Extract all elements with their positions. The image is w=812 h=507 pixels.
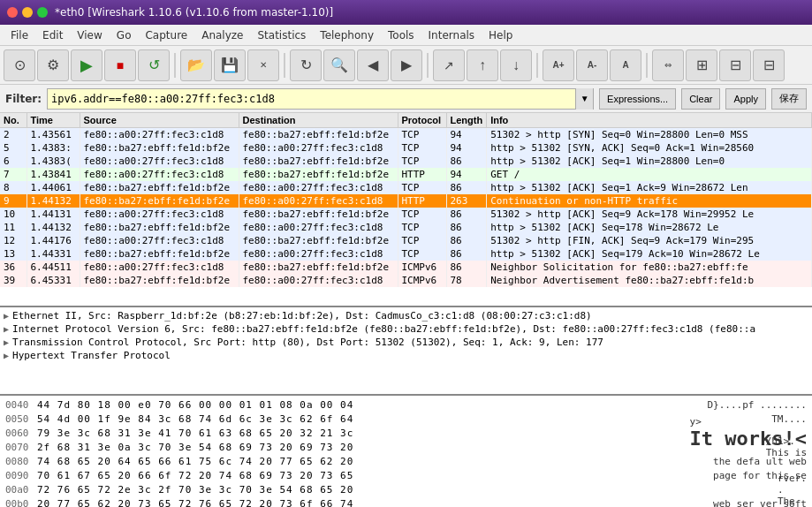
- table-row[interactable]: 12 1.44176 fe80::a00:27ff:fec3:c1d8 fe80…: [0, 234, 812, 247]
- restart-capture-btn[interactable]: ↺: [138, 49, 170, 81]
- save-file-btn[interactable]: 💾: [214, 49, 246, 81]
- zoom-in-btn[interactable]: A+: [543, 49, 574, 81]
- titlebar: *eth0 [Wireshark 1.10.6 (v1.10.6 from ma…: [0, 0, 812, 25]
- jump-btn[interactable]: ↗: [433, 49, 465, 81]
- menu-analyze[interactable]: Analyze: [194, 27, 250, 43]
- cell-src: fe80::a00:27ff:fec3:c1d8: [80, 128, 239, 142]
- detail-line[interactable]: ▶Ethernet II, Src: Raspberr_1d:bf:2e (b8…: [4, 309, 808, 322]
- table-row[interactable]: 11 1.44132 fe80::ba27:ebff:fe1d:bf2e fe8…: [0, 221, 812, 234]
- filter-input[interactable]: [48, 93, 575, 105]
- cell-proto: TCP: [398, 208, 446, 221]
- cell-no: 5: [0, 141, 27, 155]
- zoom-out-btn[interactable]: A-: [576, 49, 608, 81]
- resize-icon: ⇔: [664, 60, 672, 70]
- menu-statistics[interactable]: Statistics: [250, 27, 313, 43]
- cell-dst: fe80::a00:27ff:fec3:c1d8: [239, 247, 398, 261]
- window-title: *eth0 [Wireshark 1.10.6 (v1.10.6 from ma…: [55, 6, 333, 19]
- hex-offset: 0040: [5, 399, 37, 411]
- hex-bytes: 74 68 65 20 64 65 66 61 75 6c 74 20 77 6…: [37, 456, 704, 467]
- resize-columns-btn[interactable]: ⇔: [652, 49, 684, 81]
- cell-info: http > 51302 [ACK] Seq=1 Win=28800 Len=0: [487, 155, 812, 168]
- detail-line[interactable]: ▶Transmission Control Protocol, Src Port…: [4, 336, 808, 349]
- hex-bytes: 79 3e 3c 68 31 3e 41 70 61 63 68 65 20 3…: [37, 428, 681, 439]
- menu-edit[interactable]: Edit: [35, 27, 70, 43]
- hex-row: 00b020 77 65 62 20 73 65 72 76 65 72 20 …: [0, 496, 812, 507]
- clear-filter-button[interactable]: Clear: [681, 88, 720, 110]
- expand-icon: ▶: [4, 351, 9, 360]
- minimize-window-btn[interactable]: [22, 7, 33, 18]
- table-row[interactable]: 7 1.43841 fe80::a00:27ff:fec3:c1d8 fe80:…: [0, 168, 812, 181]
- col-protocol: Protocol: [398, 113, 446, 128]
- table-row[interactable]: 9 1.44132 fe80::ba27:ebff:fe1d:bf2e fe80…: [0, 194, 812, 208]
- detail-line[interactable]: ▶Hypertext Transfer Protocol: [4, 349, 808, 362]
- menu-internals[interactable]: Internals: [421, 27, 482, 43]
- table-row[interactable]: 10 1.44131 fe80::a00:27ff:fec3:c1d8 fe80…: [0, 208, 812, 221]
- menu-tools[interactable]: Tools: [381, 27, 421, 43]
- close-window-btn[interactable]: [7, 7, 18, 18]
- cell-no: 13: [0, 247, 27, 261]
- next-packet-btn[interactable]: ▶: [391, 49, 422, 81]
- normal-size-btn[interactable]: A: [610, 49, 641, 81]
- expand-subtrees-btn[interactable]: ⊞: [686, 49, 717, 81]
- packet-table-header: No. Time Source Destination Protocol Len…: [0, 113, 812, 128]
- find-packet-btn[interactable]: 🔍: [323, 49, 355, 81]
- cell-no: 8: [0, 181, 27, 194]
- scroll-up-btn[interactable]: ↑: [467, 49, 498, 81]
- save-filter-button[interactable]: 保存: [771, 88, 807, 110]
- menu-help[interactable]: Help: [482, 27, 520, 43]
- menu-capture[interactable]: Capture: [138, 27, 194, 43]
- zoom-in-icon: A+: [552, 60, 564, 70]
- packet-table: No. Time Source Destination Protocol Len…: [0, 113, 812, 287]
- titlebar-controls[interactable]: [7, 7, 48, 18]
- cell-dst: fe80::ba27:ebff:fe1d:bf2e: [239, 261, 398, 274]
- table-row[interactable]: 8 1.44061 fe80::ba27:ebff:fe1d:bf2e fe80…: [0, 181, 812, 194]
- table-row[interactable]: 13 1.44331 fe80::ba27:ebff:fe1d:bf2e fe8…: [0, 247, 812, 261]
- toolbar-sep-1: [174, 53, 176, 78]
- table-row[interactable]: 6 1.4383( fe80::a00:27ff:fec3:c1d8 fe80:…: [0, 155, 812, 168]
- hex-ascii: D}....pf ........: [707, 399, 807, 411]
- prev-packet-btn[interactable]: ◀: [357, 49, 389, 81]
- show-packet-bytes-btn[interactable]: ⊟: [753, 49, 785, 81]
- interface-btn[interactable]: ⊙: [4, 49, 35, 81]
- open-file-btn[interactable]: 📂: [180, 49, 212, 81]
- col-destination: Destination: [239, 113, 398, 128]
- reload-btn[interactable]: ↻: [290, 49, 322, 81]
- table-row[interactable]: 36 6.44511 fe80::a00:27ff:fec3:c1d8 fe80…: [0, 261, 812, 274]
- up-icon: ↑: [479, 57, 486, 73]
- apply-filter-button[interactable]: Apply: [725, 88, 766, 110]
- hex-offset: 0070: [5, 442, 37, 453]
- cell-time: 6.44511: [27, 261, 80, 274]
- expressions-button[interactable]: Expressions...: [599, 88, 676, 110]
- expand-icon: ▶: [4, 311, 9, 321]
- packet-list: No. Time Source Destination Protocol Len…: [0, 113, 812, 307]
- menu-file[interactable]: File: [4, 27, 35, 43]
- hex-row: 004044 7d 80 18 00 e0 70 66 00 00 01 01 …: [0, 397, 812, 412]
- hex-bytes: 54 4d 00 1f 9e 84 3c 68 74 6d 6c 3e 3c 6…: [37, 413, 763, 425]
- toolbar-sep-5: [646, 53, 648, 78]
- hex-row: 009070 61 67 65 20 66 6f 72 20 74 68 69 …: [0, 468, 812, 482]
- cell-len: 94: [446, 128, 487, 142]
- settings-btn[interactable]: ⚙: [37, 49, 69, 81]
- table-row[interactable]: 2 1.43561 fe80::a00:27ff:fec3:c1d8 fe80:…: [0, 128, 812, 142]
- jump-icon: ↗: [444, 58, 454, 72]
- start-capture-btn[interactable]: ▶: [71, 49, 102, 81]
- close-file-btn[interactable]: ✕: [247, 49, 279, 81]
- cell-info: Neighbor Advertisement fe80::ba27:ebff:f…: [487, 274, 812, 287]
- cell-len: 86: [446, 208, 487, 221]
- menu-view[interactable]: View: [70, 27, 109, 43]
- collapse-subtrees-btn[interactable]: ⊟: [719, 49, 751, 81]
- cell-src: fe80::a00:27ff:fec3:c1d8: [80, 155, 239, 168]
- cell-proto: TCP: [398, 234, 446, 247]
- maximize-window-btn[interactable]: [37, 7, 48, 18]
- stop-capture-btn[interactable]: ■: [104, 49, 136, 81]
- cell-len: 86: [446, 261, 487, 274]
- menu-go[interactable]: Go: [110, 27, 139, 43]
- detail-text: Transmission Control Protocol, Src Port:…: [12, 337, 603, 348]
- menu-telephony[interactable]: Telephony: [313, 27, 381, 43]
- filter-dropdown-btn[interactable]: ▼: [575, 88, 593, 110]
- detail-line[interactable]: ▶Internet Protocol Version 6, Src: fe80:…: [4, 322, 808, 336]
- scroll-down-btn[interactable]: ↓: [500, 49, 532, 81]
- cell-proto: TCP: [398, 128, 446, 142]
- table-row[interactable]: 5 1.4383: fe80::ba27:ebff:fe1d:bf2e fe80…: [0, 141, 812, 155]
- table-row[interactable]: 39 6.45331 fe80::ba27:ebff:fe1d:bf2e fe8…: [0, 274, 812, 287]
